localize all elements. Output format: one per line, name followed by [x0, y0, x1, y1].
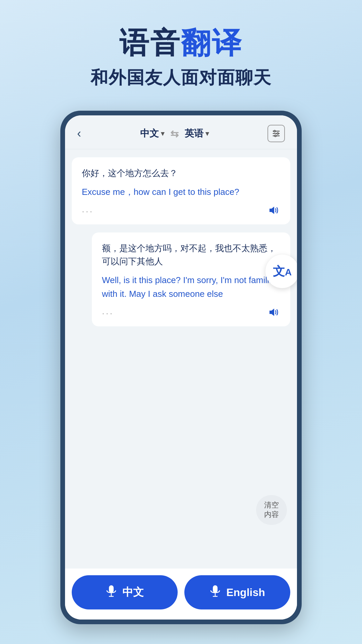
- msg1-translated: Excuse me，how can I get to this place?: [82, 185, 280, 199]
- english-btn-label: English: [226, 586, 265, 599]
- msg1-footer: ···: [82, 205, 280, 218]
- top-bar: ‹ 中文 ▾ ⇆ 英语 ▾: [65, 115, 297, 149]
- svg-point-3: [274, 130, 276, 132]
- translate-icon: 文A: [273, 263, 292, 280]
- lang2-button[interactable]: 英语 ▾: [185, 127, 209, 140]
- lang2-label: 英语: [185, 127, 203, 140]
- title-part2: 翻译: [181, 26, 243, 59]
- subtitle: 和外国友人面对面聊天: [0, 66, 362, 90]
- clear-line2: 内容: [264, 510, 279, 520]
- msg2-footer: ···: [102, 307, 280, 320]
- language-selector: 中文 ▾ ⇆ 英语 ▾: [140, 127, 209, 140]
- translate-badge[interactable]: 文A: [265, 255, 297, 288]
- bottom-buttons: 中文 English: [65, 569, 297, 620]
- msg2-speaker-icon[interactable]: [268, 307, 280, 320]
- settings-button[interactable]: [267, 125, 285, 142]
- message-bubble-1: 你好，这个地方怎么去？ Excuse me，how can I get to t…: [72, 157, 290, 224]
- msg1-speaker-icon[interactable]: [268, 205, 280, 218]
- clear-line1: 清空: [264, 500, 279, 510]
- back-button[interactable]: ‹: [77, 126, 81, 141]
- msg2-dots: ···: [102, 308, 114, 319]
- msg1-dots: ···: [82, 206, 94, 217]
- lang1-arrow: ▾: [161, 129, 164, 138]
- msg2-translated: Well, is it this place? I'm sorry, I'm n…: [102, 273, 280, 301]
- phone-mockup: ‹ 中文 ▾ ⇆ 英语 ▾: [60, 111, 302, 624]
- svg-rect-9: [213, 585, 218, 593]
- lang1-label: 中文: [140, 127, 159, 140]
- chat-area: 你好，这个地方怎么去？ Excuse me，how can I get to t…: [65, 149, 297, 569]
- chinese-mic-button[interactable]: 中文: [72, 575, 178, 609]
- msg2-original: 额，是这个地方吗，对不起，我也不太熟悉，可以问下其他人: [102, 242, 280, 268]
- svg-rect-6: [109, 585, 114, 593]
- chinese-mic-icon: [106, 585, 117, 600]
- chinese-btn-label: 中文: [122, 585, 144, 600]
- english-mic-button[interactable]: English: [184, 575, 290, 609]
- chat-container: 你好，这个地方怎么去？ Excuse me，how can I get to t…: [72, 157, 290, 326]
- message-bubble-2: 额，是这个地方吗，对不起，我也不太熟悉，可以问下其他人 Well, is it …: [92, 232, 290, 326]
- msg1-original: 你好，这个地方怎么去？: [82, 167, 280, 180]
- svg-point-4: [277, 133, 279, 135]
- english-mic-icon: [209, 585, 221, 600]
- svg-point-5: [275, 135, 276, 137]
- lang2-arrow: ▾: [205, 129, 209, 138]
- swap-icon[interactable]: ⇆: [170, 128, 179, 140]
- page-header: 语音翻译 和外国友人面对面聊天: [0, 0, 362, 100]
- main-title: 语音翻译: [0, 27, 362, 59]
- title-part1: 语音: [119, 26, 181, 59]
- clear-button[interactable]: 清空 内容: [256, 495, 287, 525]
- phone-screen: ‹ 中文 ▾ ⇆ 英语 ▾: [65, 115, 297, 620]
- lang1-button[interactable]: 中文 ▾: [140, 127, 164, 140]
